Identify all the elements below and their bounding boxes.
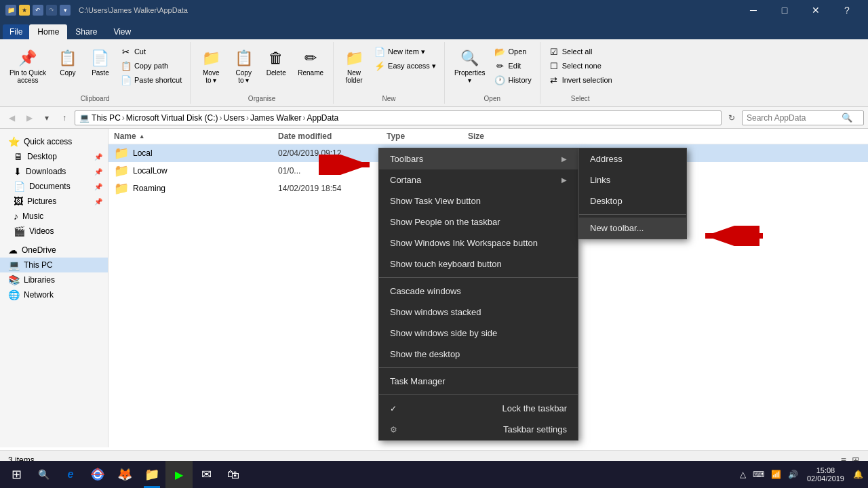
- clock[interactable]: 15:08 02/04/2019: [803, 466, 848, 483]
- tab-share[interactable]: Share: [67, 24, 105, 39]
- select-all-button[interactable]: ☑ Select all: [546, 45, 615, 58]
- breadcrumb-user: James Walker: [250, 113, 302, 123]
- ctx-side-by-side[interactable]: Show windows side by side: [379, 323, 578, 344]
- custom-icon[interactable]: ▾: [60, 5, 71, 16]
- col-size[interactable]: Size: [468, 131, 522, 141]
- help-button[interactable]: ?: [831, 0, 863, 20]
- tab-file[interactable]: File: [3, 24, 29, 39]
- pin-quick-access-button[interactable]: 📌 Pin to Quickaccess: [5, 45, 50, 87]
- search-input[interactable]: [747, 113, 842, 123]
- notification-icon[interactable]: 🔔: [851, 470, 865, 479]
- ctx-task-manager[interactable]: Task Manager: [379, 371, 578, 392]
- sub-links[interactable]: Links: [579, 169, 686, 190]
- taskbar-search[interactable]: 🔍: [30, 461, 57, 488]
- music-icon: ♪: [14, 211, 18, 222]
- sidebar-item-documents[interactable]: 📄 Documents 📌: [0, 179, 108, 194]
- ctx-show-task-view[interactable]: Show Task View button: [379, 190, 578, 211]
- maximize-button[interactable]: □: [769, 0, 800, 20]
- sidebar-label-pictures: Pictures: [27, 197, 56, 206]
- back-button[interactable]: ◀: [4, 110, 19, 125]
- open-button[interactable]: 📂 Open: [492, 45, 534, 58]
- edit-button[interactable]: ✏ Edit: [492, 59, 534, 73]
- delete-icon: 🗑: [265, 47, 287, 69]
- ctx-cascade[interactable]: Cascade windows: [379, 281, 578, 302]
- this-pc-icon: 💻: [8, 260, 20, 270]
- sidebar-item-this-pc[interactable]: 💻 This PC: [0, 258, 108, 272]
- redo-icon[interactable]: ↷: [46, 5, 57, 16]
- taskbar-firefox[interactable]: 🦊: [111, 461, 138, 488]
- forward-button[interactable]: ▶: [22, 110, 37, 125]
- undo-icon[interactable]: ↶: [33, 5, 43, 16]
- ctx-show-desktop[interactable]: Show the desktop: [379, 344, 578, 365]
- col-name[interactable]: Name ▲: [108, 131, 278, 141]
- ctx-stacked[interactable]: Show windows stacked: [379, 302, 578, 323]
- cut-button[interactable]: ✂ Cut: [118, 45, 184, 58]
- paste-shortcut-button[interactable]: 📄 Paste shortcut: [118, 73, 184, 87]
- sidebar-item-videos[interactable]: 🎬 Videos: [0, 224, 108, 239]
- ctx-show-touch[interactable]: Show touch keyboard button: [379, 253, 578, 274]
- sub-desktop[interactable]: Desktop: [579, 190, 686, 211]
- taskbar-store[interactable]: 🛍: [220, 461, 247, 488]
- ctx-lock-taskbar[interactable]: ✓ Lock the taskbar: [379, 398, 578, 419]
- easy-access-icon: ⚡: [374, 60, 385, 71]
- taskbar-edge[interactable]: e: [57, 461, 84, 488]
- taskbar-explorer[interactable]: 📁: [138, 461, 165, 488]
- taskbar-mail[interactable]: ✉: [193, 461, 220, 488]
- sidebar-item-pictures[interactable]: 🖼 Pictures 📌: [0, 194, 108, 209]
- properties-button[interactable]: 🔍 Properties▾: [450, 45, 490, 87]
- tab-home[interactable]: Home: [29, 24, 67, 39]
- tray-volume-icon[interactable]: 🔊: [786, 470, 800, 479]
- new-folder-button[interactable]: 📁 Newfolder: [339, 45, 369, 87]
- easy-access-button[interactable]: ⚡ Easy access ▾: [372, 59, 439, 73]
- sidebar-item-network[interactable]: 🌐 Network: [0, 287, 108, 302]
- clipboard-content: 📌 Pin to Quickaccess 📋 Copy 📄 Paste ✂ Cu…: [5, 42, 184, 99]
- history-button[interactable]: 🕐 History: [492, 73, 534, 87]
- taskbar-terminal[interactable]: ▶: [165, 461, 193, 488]
- tab-view[interactable]: View: [105, 24, 139, 39]
- start-button[interactable]: ⊞: [3, 461, 30, 488]
- search-box[interactable]: 🔍: [742, 110, 864, 125]
- taskbar-chrome[interactable]: [84, 461, 111, 488]
- refresh-button[interactable]: ↻: [724, 110, 739, 125]
- sidebar-item-onedrive[interactable]: ☁ OneDrive: [0, 243, 108, 258]
- minimize-button[interactable]: ─: [738, 0, 769, 20]
- up-button[interactable]: ↑: [57, 110, 72, 125]
- invert-selection-button[interactable]: ⇄ Invert selection: [546, 73, 615, 87]
- address-bar[interactable]: 💻 This PC › Microsoft Virtual Disk (C:) …: [75, 110, 722, 125]
- sidebar-item-quick-access[interactable]: ⭐ Quick access: [0, 134, 108, 149]
- sidebar-label-network: Network: [24, 290, 54, 300]
- sidebar-item-libraries[interactable]: 📚 Libraries: [0, 272, 108, 287]
- network-icon: 🌐: [8, 289, 20, 300]
- taskbar-icons: 🔍 e 🦊 📁 ▶ ✉ 🛍: [30, 461, 247, 488]
- tray-keyboard-icon[interactable]: ⌨: [751, 470, 766, 479]
- sidebar-item-desktop[interactable]: 🖥 Desktop 📌: [0, 149, 108, 164]
- rename-button[interactable]: ✏ Rename: [294, 45, 328, 79]
- recent-locations-button[interactable]: ▾: [39, 110, 54, 125]
- new-item-button[interactable]: 📄 New item ▾: [372, 45, 439, 58]
- new-folder-label: Newfolder: [346, 69, 363, 84]
- copy-path-button[interactable]: 📋 Copy path: [118, 59, 184, 73]
- copy-to-button[interactable]: 📋 Copyto ▾: [229, 45, 258, 87]
- copy-button[interactable]: 📋 Copy: [53, 45, 83, 79]
- sub-new-toolbar[interactable]: New toolbar...: [579, 218, 686, 239]
- col-date[interactable]: Date modified: [278, 131, 387, 141]
- ctx-taskbar-settings[interactable]: ⚙ Taskbar settings: [379, 419, 578, 440]
- delete-button[interactable]: 🗑 Delete: [261, 45, 291, 79]
- close-button[interactable]: ✕: [800, 0, 831, 20]
- sidebar-item-music[interactable]: ♪ Music: [0, 209, 108, 224]
- ctx-show-people[interactable]: Show People on the taskbar: [379, 211, 578, 232]
- move-to-button[interactable]: 📁 Moveto ▾: [196, 45, 226, 87]
- sub-address[interactable]: Address: [579, 148, 686, 169]
- col-type[interactable]: Type: [387, 131, 468, 141]
- ctx-show-ink[interactable]: Show Windows Ink Workspace button: [379, 232, 578, 253]
- sidebar-item-downloads[interactable]: ⬇ Downloads 📌: [0, 164, 108, 179]
- ctx-cortana[interactable]: Cortana ▶: [379, 169, 578, 190]
- ctx-toolbars[interactable]: Toolbars ▶: [379, 148, 578, 169]
- file-date-roaming: 14/02/2019 18:54: [278, 184, 387, 193]
- tray-up-icon[interactable]: △: [738, 470, 748, 479]
- tray-network-icon[interactable]: 📶: [769, 470, 783, 479]
- delete-label: Delete: [267, 69, 286, 77]
- select-none-button[interactable]: ☐ Select none: [546, 59, 615, 73]
- paste-button[interactable]: 📄 Paste: [85, 45, 115, 79]
- documents-icon: 📄: [14, 181, 25, 192]
